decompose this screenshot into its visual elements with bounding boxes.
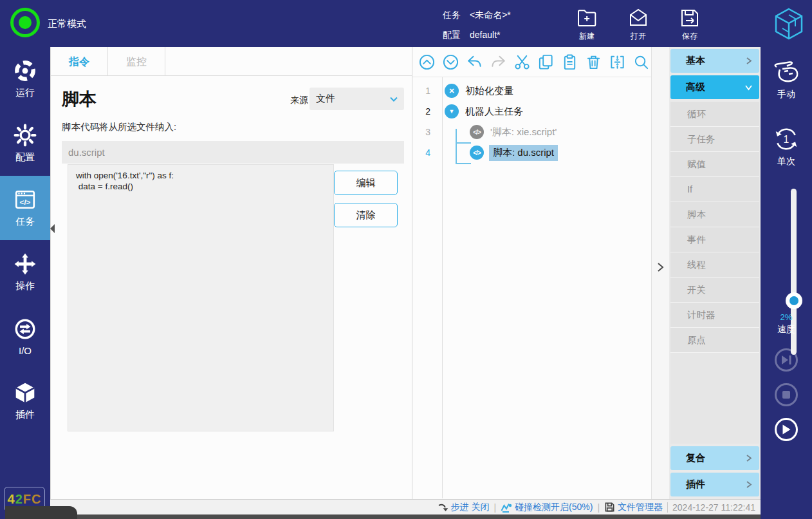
step-mode-icon <box>438 502 448 513</box>
open-task-button[interactable]: 打开 <box>618 6 659 42</box>
palette-item-timer[interactable]: 计时器 <box>670 303 759 328</box>
sidebar-item-run[interactable]: 运行 <box>0 47 50 111</box>
triangle-glyph: ▼ <box>449 108 455 115</box>
step-forward-button[interactable] <box>775 348 798 372</box>
speed-slider-thumb[interactable] <box>786 292 802 309</box>
sidebar-item-plugin[interactable]: 插件 <box>0 369 50 433</box>
tree-row-label: '脚本: xie.script' <box>490 126 557 138</box>
badge-digit: FC <box>23 492 42 507</box>
stop-button[interactable] <box>775 383 798 406</box>
palette-item-loop[interactable]: 循环 <box>670 102 759 127</box>
palette-item-if[interactable]: If <box>670 177 759 202</box>
open-task-label: 打开 <box>631 31 646 42</box>
move-down-button[interactable] <box>442 53 459 71</box>
sidebar-item-label: 运行 <box>15 87 35 99</box>
separator: | <box>597 502 600 513</box>
sidebar-item-config[interactable]: 配置 <box>0 111 50 176</box>
move-arrows-icon <box>14 252 37 276</box>
category-label: 复合 <box>686 452 705 464</box>
mode-status-dot <box>19 16 32 29</box>
paste-icon <box>561 53 578 71</box>
new-task-button[interactable]: 新建 <box>566 6 607 42</box>
category-label: 高级 <box>686 81 705 93</box>
tab-monitor[interactable]: 监控 <box>108 47 165 75</box>
search-button[interactable] <box>632 53 650 71</box>
collapse-all-button[interactable] <box>609 53 626 71</box>
redo-button[interactable] <box>490 53 507 71</box>
palette-filler <box>670 353 759 444</box>
datetime-display: 2024-12-27 11:22:41 <box>667 502 759 513</box>
save-task-button[interactable]: 保存 <box>669 6 710 42</box>
category-plugin[interactable]: 插件 <box>670 473 759 496</box>
tree-row-main-task[interactable]: 2 ▼ 机器人主任务 <box>412 101 523 122</box>
undo-button[interactable] <box>466 53 483 71</box>
collision-detection-status[interactable]: 碰撞检测开启(50%) <box>501 502 593 513</box>
palette-item-origin[interactable]: 原点 <box>670 328 759 353</box>
stop-icon <box>782 390 791 399</box>
background-window-fragment <box>5 506 77 519</box>
open-icon <box>627 6 650 30</box>
undo-icon <box>466 53 483 71</box>
tree-toolbar <box>412 47 651 77</box>
io-swap-icon <box>14 317 37 341</box>
palette-item-assign[interactable]: 赋值 <box>670 152 759 177</box>
sidebar-item-operate[interactable]: 操作 <box>0 240 50 305</box>
left-nav-sidebar: 运行 配置 </> 任务 <box>0 47 50 519</box>
line-number: 2 <box>412 106 437 117</box>
tree-row-script-xie[interactable]: 3 </> '脚本: xie.script' <box>412 122 557 142</box>
category-label: 基本 <box>686 55 705 67</box>
source-select-dropdown[interactable]: 文件 <box>309 88 404 110</box>
circle-down-icon <box>442 53 459 71</box>
panel-collapse-handle-left[interactable] <box>50 224 55 233</box>
file-manager-button[interactable]: 文件管理器 <box>604 502 663 513</box>
category-composite[interactable]: 复合 <box>670 446 759 470</box>
palette-item-switch[interactable]: 开关 <box>670 278 759 303</box>
category-basic[interactable]: 基本 <box>670 49 759 73</box>
manual-mode-label: 手动 <box>777 89 795 100</box>
chevron-right-icon <box>744 480 753 489</box>
script-code-preview[interactable]: with open('16.txt',"r") as f: data = f.r… <box>68 164 334 431</box>
scissors-icon <box>513 53 531 71</box>
delete-button[interactable] <box>585 53 602 71</box>
task-config-info: 任务 <未命名>* 配置 default* <box>443 8 511 48</box>
expand-node-icon[interactable]: ▼ <box>445 104 459 118</box>
category-advanced[interactable]: 高级 <box>670 75 759 99</box>
code-glyph: </> <box>473 129 480 136</box>
mode-label: 正常模式 <box>48 18 86 30</box>
tree-row-script-du[interactable]: 4 </> 脚本: du.script <box>412 142 558 163</box>
hand-icon <box>771 61 801 86</box>
single-run-button[interactable]: 1 单次 <box>761 126 812 167</box>
single-cycle-icon: 1 <box>773 126 800 153</box>
step-mode-status[interactable]: 步进 关闭 <box>438 502 490 513</box>
tab-instruction[interactable]: 指令 <box>51 47 108 75</box>
palette-collapse-strip[interactable] <box>651 47 669 499</box>
cut-button[interactable] <box>513 53 531 71</box>
palette-item-thread[interactable]: 线程 <box>670 252 759 278</box>
clear-button[interactable]: 清除 <box>334 203 398 227</box>
manual-mode-button[interactable]: 手动 <box>761 61 812 100</box>
chevron-right-icon <box>744 57 753 65</box>
sidebar-item-task[interactable]: </> 任务 <box>0 176 50 240</box>
script-description: 脚本代码将从所选文件纳入: <box>62 121 176 133</box>
chevron-right-icon <box>744 454 753 462</box>
sidebar-item-label: 任务 <box>15 216 35 228</box>
palette-item-event[interactable]: 事件 <box>670 227 759 252</box>
palette-item-subtask[interactable]: 子任务 <box>670 127 759 152</box>
paste-button[interactable] <box>561 53 578 71</box>
x-glyph: ✕ <box>448 87 454 95</box>
edit-button[interactable]: 编辑 <box>334 171 398 195</box>
script-file-input[interactable] <box>62 141 404 164</box>
play-button[interactable] <box>775 418 798 441</box>
tree-row-init-vars[interactable]: 1 ✕ 初始化变量 <box>412 80 513 101</box>
palette-item-script[interactable]: 脚本 <box>670 202 759 227</box>
sidebar-item-io[interactable]: I/O <box>0 305 50 369</box>
editor-tabs: 指令 监控 <box>51 47 412 76</box>
source-selected-value: 文件 <box>316 93 335 105</box>
copy-button[interactable] <box>537 53 555 71</box>
move-up-button[interactable] <box>418 53 436 71</box>
instruction-palette: 基本 高级 循环 子任务 赋值 If 脚本 事件 线程 开关 计时器 原点 复合… <box>669 47 761 499</box>
run-icon <box>14 59 37 82</box>
script-node-icon-disabled: </> <box>470 125 484 139</box>
tree-connector <box>456 163 471 164</box>
chevron-down-icon <box>389 96 398 102</box>
